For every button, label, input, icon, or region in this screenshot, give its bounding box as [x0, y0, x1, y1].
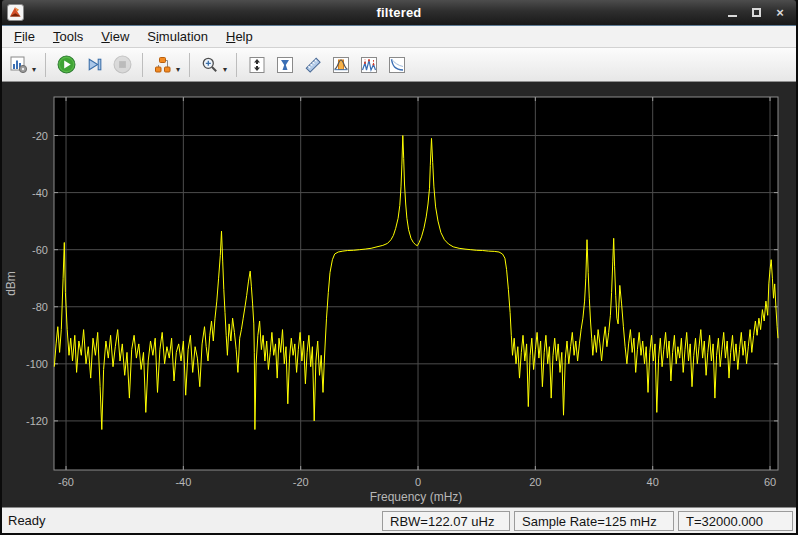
zoom-in-button[interactable]	[197, 52, 223, 78]
svg-text:-120: -120	[26, 415, 48, 427]
svg-text:0: 0	[415, 476, 421, 488]
cursor-measurements-button[interactable]	[300, 52, 326, 78]
spectrum-plot[interactable]: -60-40-200204060-20-40-60-80-100-120Freq…	[2, 82, 796, 507]
maximize-button[interactable]	[750, 7, 762, 19]
minimize-button[interactable]	[726, 7, 738, 19]
status-ready: Ready	[5, 513, 378, 528]
channel-measurements-icon	[332, 56, 350, 74]
spectral-mask-button[interactable]	[272, 52, 298, 78]
svg-text:60: 60	[764, 476, 776, 488]
toolbar-separator	[189, 53, 190, 77]
svg-text:-20: -20	[293, 476, 309, 488]
window-title: filtered	[2, 5, 796, 20]
peak-finder-icon	[360, 56, 378, 74]
zoom-in-icon	[201, 56, 219, 74]
svg-text:40: 40	[647, 476, 659, 488]
stop-button[interactable]	[109, 52, 135, 78]
autoscale-y-axis-icon	[248, 56, 266, 74]
run-button[interactable]	[53, 52, 79, 78]
scope-window: filtered × File Tools View Simulation He…	[0, 0, 798, 535]
menu-item-view[interactable]: View	[92, 27, 138, 46]
close-icon: ×	[776, 6, 784, 19]
menu-item-help[interactable]: Help	[217, 27, 262, 46]
svg-text:-60: -60	[32, 244, 48, 256]
run-icon	[57, 55, 76, 74]
spectrum-settings-dropdown[interactable]: ▾	[32, 65, 36, 74]
zoom-dropdown[interactable]: ▾	[223, 65, 227, 74]
spectrum-settings-icon	[10, 56, 28, 74]
distortion-measurements-button[interactable]	[384, 52, 410, 78]
spectrum-settings-button[interactable]	[6, 52, 32, 78]
svg-text:-40: -40	[175, 476, 191, 488]
svg-text:-20: -20	[32, 130, 48, 142]
y-axis-label: dBm	[4, 271, 18, 296]
simulink-hierarchy-button[interactable]	[150, 52, 176, 78]
status-time: T=32000.000	[678, 511, 793, 531]
x-axis-label: Frequency (mHz)	[370, 490, 463, 504]
toolbar-separator	[45, 53, 46, 77]
statusbar: Ready RBW=122.07 uHz Sample Rate=125 mHz…	[2, 507, 796, 533]
menu-item-simulation[interactable]: Simulation	[138, 27, 217, 46]
cursor-measurements-icon	[304, 56, 322, 74]
matlab-icon	[7, 4, 24, 21]
stop-icon	[113, 55, 132, 74]
close-button[interactable]: ×	[774, 7, 786, 19]
peak-finder-button[interactable]	[356, 52, 382, 78]
simulink-hierarchy-dropdown[interactable]: ▾	[176, 65, 180, 74]
channel-measurements-button[interactable]	[328, 52, 354, 78]
titlebar: filtered ×	[2, 0, 796, 26]
step-forward-icon	[85, 55, 104, 74]
simulink-hierarchy-icon	[154, 56, 172, 74]
svg-text:-100: -100	[26, 358, 48, 370]
spectral-mask-icon	[276, 56, 294, 74]
svg-text:-80: -80	[32, 301, 48, 313]
toolbar-separator	[142, 53, 143, 77]
svg-text:20: 20	[529, 476, 541, 488]
maximize-icon	[752, 8, 761, 17]
status-rbw: RBW=122.07 uHz	[382, 511, 510, 531]
toolbar: ▾	[2, 48, 796, 82]
step-forward-button[interactable]	[81, 52, 107, 78]
toolbar-separator	[236, 53, 237, 77]
scope-canvas: -60-40-200204060-20-40-60-80-100-120Freq…	[2, 82, 796, 507]
svg-text:-60: -60	[58, 476, 74, 488]
menu-item-tools[interactable]: Tools	[44, 27, 92, 46]
menubar: File Tools View Simulation Help	[2, 26, 796, 48]
svg-text:-40: -40	[32, 187, 48, 199]
distortion-measurements-icon	[388, 56, 406, 74]
minimize-icon	[728, 15, 737, 17]
autoscale-y-axis-button[interactable]	[244, 52, 270, 78]
status-sample-rate: Sample Rate=125 mHz	[514, 511, 674, 531]
menu-item-file[interactable]: File	[5, 27, 44, 46]
